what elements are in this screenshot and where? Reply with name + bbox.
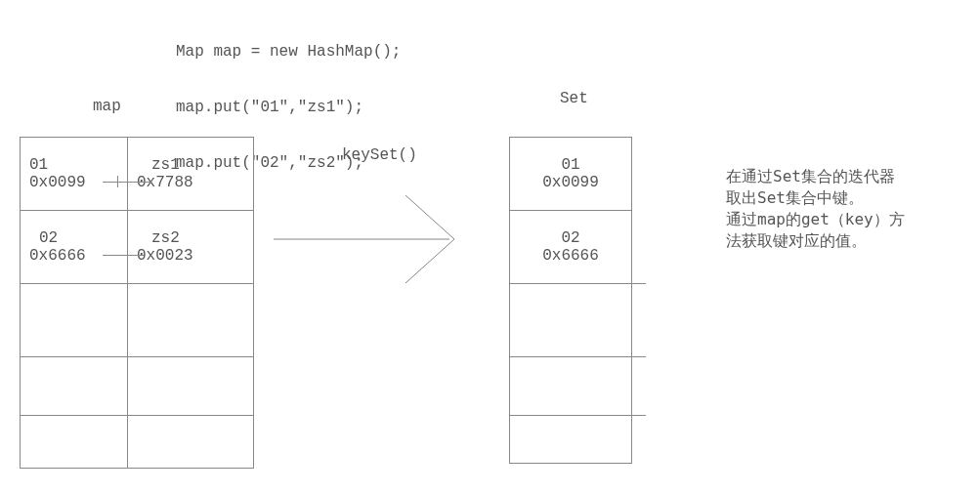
explain-line-4: 法获取键对应的值。 (726, 230, 970, 252)
map-val-addr-2: 0x0023 (137, 247, 193, 265)
map-row-sep-3 (20, 356, 254, 357)
code-line-1: Map map = new HashMap(); (176, 43, 401, 62)
explanation-text: 在通过Set集合的迭代器 取出Set集合中键。 通过map的get（key）方 … (726, 166, 970, 252)
set-tick-1 (632, 283, 646, 284)
explain-line-3: 通过map的get（key）方 (726, 209, 970, 230)
set-key-2: 02 (509, 229, 632, 247)
svg-line-2 (405, 239, 454, 283)
set-tick-2 (632, 356, 646, 357)
map-val-1: zs1 (151, 156, 180, 174)
map-key-1: 01 (29, 156, 48, 174)
explain-line-1: 在通过Set集合的迭代器 (726, 166, 970, 187)
map-key-addr-2: 0x6666 (29, 247, 86, 265)
set-row-sep-1 (509, 210, 632, 211)
map-row-sep-4 (20, 415, 254, 416)
set-row-sep-2 (509, 283, 632, 284)
set-row-sep-4 (509, 415, 632, 416)
code-line-2: map.put("01","zs1"); (176, 99, 401, 117)
set-tick-3 (632, 415, 646, 416)
map-heading: map (93, 98, 121, 115)
map-tick-h-2 (103, 255, 144, 256)
set-key-1: 01 (509, 156, 632, 174)
map-row-sep-2 (20, 283, 254, 284)
set-heading: Set (560, 90, 588, 107)
map-key-2: 02 (39, 229, 58, 247)
map-tick-v-1 (117, 176, 118, 187)
set-addr-2: 0x6666 (509, 247, 632, 265)
map-val-2: zs2 (151, 229, 180, 247)
arrow-icon (274, 185, 498, 293)
map-val-addr-1: 0x7788 (137, 174, 193, 191)
explain-line-2: 取出Set集合中键。 (726, 187, 970, 209)
map-divider (127, 137, 128, 469)
map-row-sep-1 (20, 210, 254, 211)
map-tick-h-1 (103, 182, 151, 183)
keyset-label: keySet() (342, 146, 417, 164)
svg-line-1 (405, 195, 454, 239)
set-row-sep-3 (509, 356, 632, 357)
set-addr-1: 0x0099 (509, 174, 632, 191)
map-key-addr-1: 0x0099 (29, 174, 86, 191)
